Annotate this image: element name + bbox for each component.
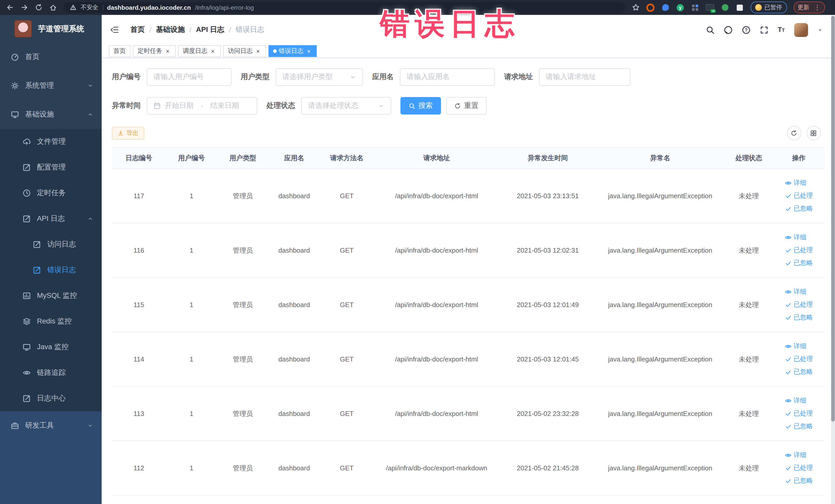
help-icon[interactable]: ? bbox=[742, 25, 751, 34]
action-已忽略[interactable]: 已忽略 bbox=[785, 205, 813, 213]
check-icon bbox=[785, 205, 792, 212]
action-详细[interactable]: 详细 bbox=[785, 179, 807, 187]
tab-错误日志[interactable]: 错误日志× bbox=[268, 45, 317, 57]
github-icon[interactable] bbox=[724, 25, 733, 34]
search-icon[interactable] bbox=[706, 25, 715, 34]
input-用户编号[interactable]: 请输入用户编号 bbox=[147, 68, 231, 86]
breadcrumb-item[interactable]: 基础设施 bbox=[156, 25, 185, 35]
sidebar-item-配置管理[interactable]: 配置管理 bbox=[0, 155, 102, 180]
reset-button[interactable]: 重置 bbox=[446, 97, 487, 115]
daterange-input[interactable]: 开始日期-结束日期 bbox=[147, 97, 257, 115]
cell-id: 113 bbox=[112, 386, 166, 441]
search-button[interactable]: 搜索 bbox=[401, 97, 441, 115]
sidebar-item-定时任务[interactable]: 定时任务 bbox=[0, 180, 102, 206]
refresh-button[interactable] bbox=[787, 126, 801, 140]
chevron-down-icon[interactable] bbox=[817, 27, 823, 33]
column-header-日志编号: 日志编号 bbox=[112, 148, 166, 169]
gear-icon bbox=[11, 82, 19, 90]
forward-icon[interactable] bbox=[21, 4, 28, 11]
sidebar-item-日志中心[interactable]: 日志中心 bbox=[0, 386, 102, 411]
sidebar-item-链路追踪[interactable]: 链路追踪 bbox=[0, 360, 102, 386]
bookmark-star-icon[interactable] bbox=[632, 4, 640, 11]
close-icon[interactable]: × bbox=[164, 48, 171, 54]
update-badge[interactable]: 更新 ⋮ bbox=[793, 2, 825, 13]
breadcrumb-separator: / bbox=[189, 26, 191, 34]
column-settings-button[interactable] bbox=[806, 126, 821, 140]
address-bar[interactable]: 不安全 dashboard.yudao.iocoder.cn/infra/log… bbox=[64, 2, 625, 13]
cell-time: 2021-05-02 21:45:28 bbox=[500, 441, 596, 495]
tab-定时任务[interactable]: 定时任务× bbox=[133, 45, 176, 57]
reload-icon[interactable] bbox=[35, 4, 43, 11]
action-已忽略[interactable]: 已忽略 bbox=[785, 368, 813, 376]
sidebar-item-label: 定时任务 bbox=[37, 188, 66, 198]
action-已忽略[interactable]: 已忽略 bbox=[785, 314, 813, 321]
error-log-table: 日志编号用户编号用户类型应用名请求方法名请求地址异常发生时间异常名处理状态操作 … bbox=[112, 147, 824, 496]
sidebar-item-首页[interactable]: 首页 bbox=[0, 43, 102, 72]
tab-调度日志[interactable]: 调度日志× bbox=[178, 45, 221, 57]
extension-blue-icon[interactable] bbox=[661, 3, 669, 12]
cell-status: 未处理 bbox=[725, 169, 773, 223]
sidebar-item-API-日志[interactable]: API 日志 bbox=[0, 206, 102, 231]
sidebar-item-Redis-监控[interactable]: Redis 监控 bbox=[0, 309, 102, 334]
action-已处理[interactable]: 已处理 bbox=[785, 246, 813, 254]
extension-puzzle-icon[interactable] bbox=[736, 3, 744, 12]
dashboard-icon bbox=[11, 53, 19, 61]
input-请求地址[interactable]: 请输入请求地址 bbox=[539, 68, 630, 86]
action-label: 已忽略 bbox=[794, 477, 813, 485]
action-已处理[interactable]: 已处理 bbox=[785, 355, 813, 363]
avatar[interactable] bbox=[794, 23, 808, 37]
export-button[interactable]: 导出 bbox=[112, 126, 144, 139]
action-详细[interactable]: 详细 bbox=[785, 343, 807, 350]
hamburger-icon[interactable] bbox=[110, 25, 119, 35]
cell-user_id: 1 bbox=[166, 169, 217, 223]
sidebar-item-Java-监控[interactable]: Java 监控 bbox=[0, 334, 102, 360]
action-已处理[interactable]: 已处理 bbox=[785, 301, 813, 309]
font-size-icon[interactable]: TT bbox=[778, 25, 785, 35]
action-详细[interactable]: 详细 bbox=[785, 234, 807, 241]
browser-menu-icon[interactable]: ⋮ bbox=[814, 4, 821, 11]
sidebar-item-错误日志[interactable]: 错误日志 bbox=[0, 257, 102, 283]
extension-leaf-icon[interactable] bbox=[721, 3, 729, 12]
action-详细[interactable]: 详细 bbox=[785, 451, 807, 459]
sidebar-item-文件管理[interactable]: 文件管理 bbox=[0, 129, 102, 155]
select-处理状态[interactable]: 请选择处理状态 bbox=[301, 97, 391, 115]
action-详细[interactable]: 详细 bbox=[785, 397, 807, 405]
action-已忽略[interactable]: 已忽略 bbox=[785, 477, 813, 485]
input-应用名[interactable]: 请输入应用名 bbox=[400, 68, 495, 86]
close-icon[interactable]: × bbox=[254, 48, 261, 54]
tab-访问日志[interactable]: 访问日志× bbox=[223, 45, 266, 57]
sidebar-item-系统管理[interactable]: 系统管理 bbox=[0, 72, 102, 100]
back-icon[interactable] bbox=[6, 4, 14, 11]
action-已忽略[interactable]: 已忽略 bbox=[785, 423, 813, 430]
monitor-icon bbox=[23, 343, 31, 351]
sidebar-item-访问日志[interactable]: 访问日志 bbox=[0, 231, 102, 257]
paused-badge[interactable]: 已暂停 bbox=[751, 2, 787, 13]
extension-orange-icon[interactable] bbox=[646, 3, 655, 12]
action-详细[interactable]: 详细 bbox=[785, 288, 807, 296]
action-已忽略[interactable]: 已忽略 bbox=[785, 259, 813, 267]
cell-exception: java.lang.IllegalArgumentException bbox=[596, 278, 725, 332]
action-已处理[interactable]: 已处理 bbox=[785, 192, 813, 200]
fullscreen-icon[interactable] bbox=[760, 25, 769, 34]
scrollbar-track[interactable] bbox=[831, 15, 835, 504]
home-icon[interactable] bbox=[49, 4, 57, 11]
breadcrumb-item[interactable]: API 日志 bbox=[196, 25, 224, 35]
tab-首页[interactable]: 首页 bbox=[109, 45, 130, 57]
select-用户类型[interactable]: 请选择用户类型 bbox=[276, 68, 363, 86]
table-row: 1151管理员dashboardGET/api/infra/db-doc/exp… bbox=[112, 278, 824, 332]
sidebar-item-MySQL-监控[interactable]: MySQL 监控 bbox=[0, 283, 102, 309]
close-icon[interactable]: × bbox=[209, 48, 216, 54]
security-label: 不安全 bbox=[81, 4, 98, 11]
sidebar-item-研发工具[interactable]: 研发工具 bbox=[0, 411, 102, 440]
action-已处理[interactable]: 已处理 bbox=[785, 464, 813, 472]
sidebar-item-基础设施[interactable]: 基础设施 bbox=[0, 100, 102, 129]
close-icon[interactable]: × bbox=[305, 48, 312, 54]
extension-green-y-icon[interactable]: y bbox=[676, 3, 684, 12]
extension-grid-icon[interactable] bbox=[691, 3, 699, 12]
action-已处理[interactable]: 已处理 bbox=[785, 410, 813, 418]
check-icon bbox=[785, 465, 792, 471]
breadcrumb-item[interactable]: 首页 bbox=[130, 25, 145, 35]
extension-on-toggle-icon[interactable] bbox=[706, 3, 714, 12]
breadcrumb-separator: / bbox=[149, 26, 151, 34]
scrollbar-thumb[interactable] bbox=[831, 16, 835, 422]
